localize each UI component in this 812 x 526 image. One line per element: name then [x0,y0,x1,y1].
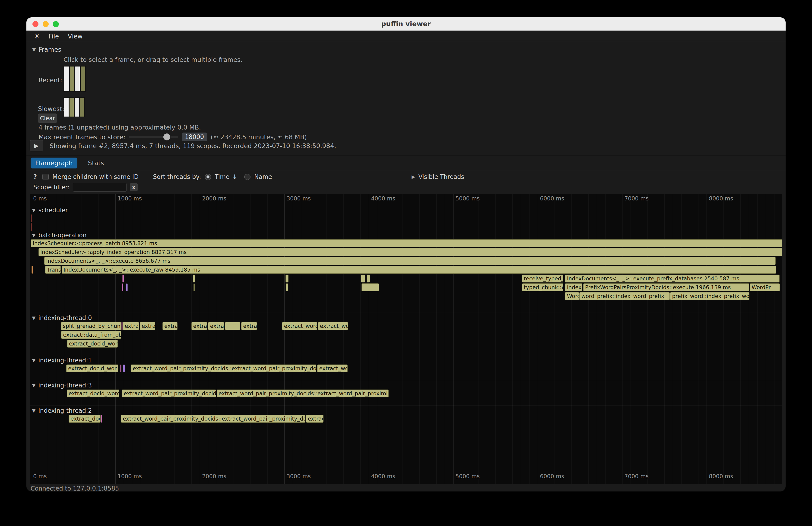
thread-header[interactable]: ▼indexing-thread:0 [32,315,92,321]
frame-preview-bar[interactable] [70,67,74,91]
gridline [360,194,361,484]
scope-bar[interactable] [121,322,122,330]
frame-preview-bar[interactable] [64,67,69,91]
scope-bar[interactable]: extract_word [282,322,317,330]
scope-bar[interactable] [367,275,370,282]
visible-threads-toggle[interactable]: ▶ Visible Threads [411,173,464,180]
play-button[interactable]: ▶ [30,140,43,151]
scope-bar[interactable] [193,275,195,282]
scope-bar[interactable] [31,266,33,274]
scope-bar[interactable]: extract_wo [318,322,348,330]
slider-knob[interactable] [163,133,170,141]
scope-bar[interactable]: extract [123,322,139,330]
frame-preview-bar[interactable] [70,98,74,117]
thread-header[interactable]: ▼indexing-thread:1 [32,357,92,364]
scope-bar[interactable] [31,214,32,222]
clear-filter-button[interactable]: x [130,183,137,191]
scope-bar[interactable]: prefix_word::index_prefix_wo [670,292,750,300]
sort-name-radio[interactable] [244,174,250,180]
frame-preview-bar[interactable] [75,98,79,117]
frames-panel: ▼ Frames Click to select a frame, or dra… [26,43,786,155]
frame-preview-bar[interactable] [80,98,84,117]
scope-bar[interactable]: extract_word_pair_proximity_docids [122,390,216,397]
frame-info: Showing frame #2, 8957.4 ms, 7 threads, … [49,142,336,149]
tab-stats[interactable]: Stats [84,158,109,169]
scope-bar[interactable]: IndexScheduler>::apply_index_operation 8… [39,248,782,256]
flamegraph-canvas[interactable]: 0 ms0 ms1000 ms1000 ms2000 ms2000 ms3000… [30,194,782,484]
gridline [276,194,276,484]
titlebar[interactable]: puffin viewer [26,17,786,31]
scope-bar[interactable]: extract_word_pair_proximity_docids::extr… [217,390,389,397]
scope-bar[interactable]: word_prefix::index_word_prefix_ [579,292,670,300]
scope-bar[interactable]: receive_typed_ [522,275,564,282]
frames-section-toggle[interactable]: ▼ Frames [32,46,61,53]
scope-bar[interactable]: extract_docid_wor [67,340,118,348]
scope-bar[interactable]: extract_ [208,322,224,330]
scope-bar[interactable]: extract [241,322,257,330]
thread-separator [30,205,782,205]
scope-bar[interactable]: extrac [306,415,323,423]
scope-bar[interactable]: split_grenad_by_chun [61,322,121,330]
scope-bar[interactable]: extract_docid_wor [66,365,118,372]
thread-separator [30,405,782,406]
help-button[interactable]: ? [33,173,37,180]
gridline [664,194,665,484]
scope-bar[interactable] [362,283,379,291]
scope-bar[interactable] [286,275,289,282]
scope-bar[interactable]: IndexDocuments<_, _>::execute_raw 8459.1… [62,266,776,274]
scope-filter-input[interactable] [73,183,127,192]
scope-bar[interactable]: extract_word_pair_proximity_docids::extr… [131,365,316,372]
gridline [681,194,682,484]
scope-bar[interactable]: extract_doc [69,415,101,423]
frame-preview-bar[interactable] [64,98,69,117]
thread-header[interactable]: ▼indexing-thread:3 [32,382,92,389]
scope-bar[interactable]: extract_ [191,322,207,330]
scope-bar[interactable]: IndexDocuments<_, _>::execute 8656.677 m… [44,257,775,265]
scope-bar[interactable]: extract_docid_word [67,390,119,397]
scope-bar[interactable]: WordPr [750,283,780,291]
scope-bar[interactable] [361,275,365,282]
scope-bar[interactable] [122,283,123,291]
scope-bar[interactable] [126,283,128,291]
scope-bar[interactable]: extract_word_pair_proximity_docids::extr… [121,415,305,423]
scope-bar[interactable]: extract_wo [317,365,347,372]
scope-bar[interactable] [123,365,125,372]
merge-children-checkbox[interactable] [42,174,49,180]
scope-bar[interactable] [120,365,121,372]
collapse-open-icon: ▼ [32,357,35,363]
scope-bar[interactable]: PrefixWordPairsProximityDocids::execute … [583,283,750,291]
time-axis-label: 7000 ms [625,473,649,480]
frame-preview-bar[interactable] [75,67,80,91]
gridline [428,194,428,484]
maximize-window-button[interactable] [53,21,59,27]
theme-toggle-icon[interactable]: ☀ [34,32,40,40]
scope-bar[interactable]: extrac [162,322,177,330]
tab-flamegraph[interactable]: Flamegraph [31,158,77,169]
sort-time-radio[interactable] [205,174,211,180]
scope-bar[interactable]: extra [140,322,155,330]
menu-file[interactable]: File [48,33,59,40]
scope-bar[interactable] [225,322,240,330]
scope-bar[interactable]: IndexScheduler>::process_batch 8953.821 … [31,239,782,247]
time-axis-label: 8000 ms [709,473,733,480]
scope-bar[interactable] [101,415,102,423]
thread-header[interactable]: ▼indexing-thread:2 [32,407,92,414]
scope-bar[interactable]: Trans [45,266,61,274]
slowest-frames-thumbnail[interactable] [63,97,85,117]
scope-bar[interactable] [122,275,124,282]
scope-bar[interactable] [193,283,195,291]
thread-header[interactable]: ▼scheduler [32,207,68,214]
recent-frames-thumbnail[interactable] [63,66,86,92]
scope-bar[interactable]: extract::data_from_ob [61,331,121,339]
minimize-window-button[interactable] [43,21,49,27]
scope-bar[interactable]: index [565,283,582,291]
frame-preview-bar[interactable] [81,67,85,91]
scope-bar[interactable]: typed_chunk::w [522,283,564,291]
clear-button[interactable]: Clear [38,114,57,123]
menu-view[interactable]: View [68,33,83,40]
close-window-button[interactable] [32,21,39,27]
scope-bar[interactable]: Word [565,292,579,300]
scope-bar[interactable] [286,283,288,291]
scope-bar[interactable]: IndexDocuments<_, _>::execute_prefix_dat… [565,275,780,282]
thread-header[interactable]: ▼batch-operation [32,232,87,239]
